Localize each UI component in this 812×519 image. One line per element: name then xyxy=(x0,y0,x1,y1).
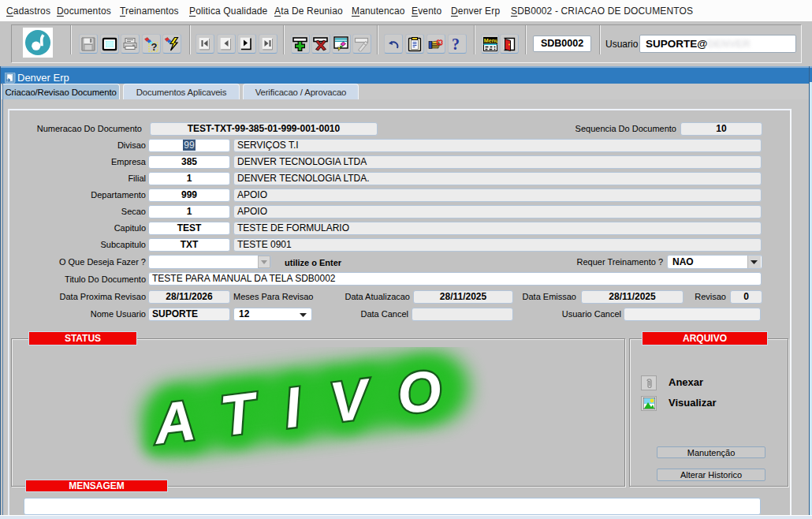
svg-text:?: ? xyxy=(452,35,460,52)
svg-text:Menu: Menu xyxy=(483,37,497,44)
svg-text:?: ? xyxy=(151,41,158,52)
